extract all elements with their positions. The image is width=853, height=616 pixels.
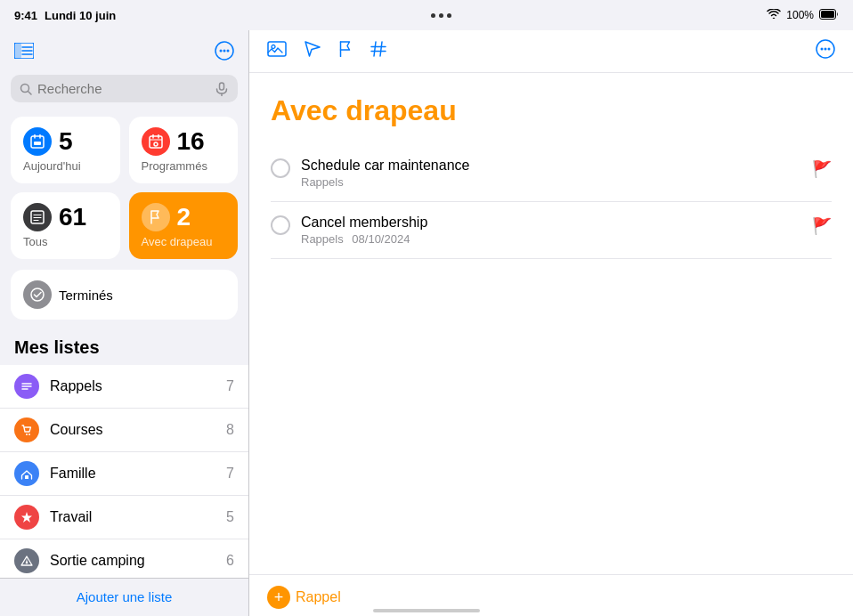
status-time: 9:41 bbox=[14, 9, 37, 22]
task-flag-2: 🚩 bbox=[812, 216, 832, 236]
app-container: 5 Aujourd'hui 16 bbox=[0, 30, 853, 616]
travail-count: 5 bbox=[226, 509, 234, 525]
main-toolbar bbox=[249, 30, 853, 73]
sortie-icon bbox=[14, 548, 39, 573]
completed-label: Terminés bbox=[59, 288, 113, 303]
all-icon bbox=[23, 203, 52, 231]
main-footer: + Rappel bbox=[249, 574, 853, 616]
list-item-sortie[interactable]: Sortie camping 6 bbox=[0, 539, 248, 578]
svg-rect-34 bbox=[25, 475, 28, 479]
svg-point-45 bbox=[821, 48, 824, 51]
task-details-2: Cancel membership Rappels 08/10/2024 bbox=[301, 215, 801, 246]
category-scheduled[interactable]: 16 Programmés bbox=[129, 117, 239, 183]
status-date: Lundi 10 juin bbox=[45, 9, 116, 22]
task-meta-2: Rappels 08/10/2024 bbox=[301, 232, 801, 246]
status-dot-3 bbox=[447, 13, 451, 18]
search-icon bbox=[20, 83, 32, 95]
search-input[interactable] bbox=[37, 81, 209, 96]
svg-rect-18 bbox=[34, 142, 41, 145]
category-flagged[interactable]: 2 Avec drapeau bbox=[129, 192, 239, 259]
main-body: Avec drapeau Schedule car maintenance Ra… bbox=[249, 73, 853, 574]
sidebar-toggle-icon[interactable] bbox=[14, 43, 34, 62]
list-item-famille[interactable]: Famille 7 bbox=[0, 452, 248, 496]
status-dot-2 bbox=[439, 13, 443, 18]
today-count: 5 bbox=[59, 129, 73, 154]
all-count: 61 bbox=[59, 205, 86, 230]
famille-name: Famille bbox=[50, 466, 215, 482]
sidebar: 5 Aujourd'hui 16 bbox=[0, 30, 249, 616]
travail-icon bbox=[14, 505, 39, 530]
category-all[interactable]: 61 Tous bbox=[11, 192, 120, 259]
category-today[interactable]: 5 Aujourd'hui bbox=[11, 117, 120, 183]
mic-icon[interactable] bbox=[215, 82, 229, 96]
courses-count: 8 bbox=[226, 422, 234, 438]
sortie-count: 6 bbox=[226, 553, 234, 569]
task-details-1: Schedule car maintenance Rappels bbox=[301, 158, 801, 189]
today-label: Aujourd'hui bbox=[23, 159, 108, 173]
svg-rect-1 bbox=[821, 11, 834, 18]
svg-point-32 bbox=[26, 434, 28, 435]
task-checkbox-1[interactable] bbox=[271, 158, 290, 178]
flag-toolbar-icon[interactable] bbox=[338, 41, 353, 61]
svg-line-41 bbox=[380, 42, 382, 56]
wifi-icon bbox=[767, 9, 781, 22]
scheduled-count: 16 bbox=[177, 129, 205, 154]
status-bar: 9:41 Lundi 10 juin 100% bbox=[0, 0, 853, 30]
home-indicator bbox=[373, 609, 480, 612]
sidebar-search-bar[interactable] bbox=[11, 75, 238, 102]
category-completed[interactable]: Terminés bbox=[11, 270, 238, 320]
list-item-travail[interactable]: Travail 5 bbox=[0, 496, 248, 539]
task-name-2: Cancel membership bbox=[301, 215, 801, 231]
courses-name: Courses bbox=[50, 422, 215, 438]
main-more-icon[interactable] bbox=[816, 39, 835, 63]
svg-line-40 bbox=[374, 42, 376, 56]
sortie-name: Sortie camping bbox=[50, 553, 215, 569]
rappels-icon bbox=[14, 374, 39, 399]
flagged-icon bbox=[142, 203, 170, 231]
svg-marker-35 bbox=[21, 512, 32, 523]
mes-listes-section: Mes listes Rappels 7 bbox=[0, 334, 248, 578]
famille-icon bbox=[14, 461, 39, 486]
svg-rect-2 bbox=[14, 43, 21, 59]
add-reminder-button[interactable]: + Rappel bbox=[267, 586, 341, 609]
location-arrow-icon[interactable] bbox=[305, 41, 321, 61]
svg-point-47 bbox=[828, 48, 831, 51]
travail-name: Travail bbox=[50, 509, 215, 525]
rappels-name: Rappels bbox=[50, 378, 215, 394]
main-title: Avec drapeau bbox=[271, 94, 832, 127]
hash-icon[interactable] bbox=[370, 41, 386, 61]
image-icon[interactable] bbox=[267, 41, 287, 61]
scheduled-icon bbox=[142, 127, 170, 156]
toolbar-icons bbox=[267, 41, 386, 61]
svg-point-23 bbox=[154, 142, 158, 146]
status-dot-1 bbox=[431, 13, 435, 18]
rappels-count: 7 bbox=[226, 378, 234, 394]
battery-percentage: 100% bbox=[786, 9, 814, 21]
today-icon bbox=[23, 127, 52, 156]
task-flag-1: 🚩 bbox=[812, 159, 832, 179]
sidebar-header bbox=[0, 30, 248, 71]
sidebar-more-icon[interactable] bbox=[215, 41, 234, 64]
svg-point-10 bbox=[227, 50, 230, 53]
flagged-label: Avec drapeau bbox=[142, 235, 226, 248]
task-checkbox-2[interactable] bbox=[271, 215, 290, 235]
task-item-2: Cancel membership Rappels 08/10/2024 🚩 bbox=[271, 202, 832, 259]
status-right: 100% bbox=[767, 9, 839, 22]
add-reminder-icon: + bbox=[267, 586, 290, 609]
flagged-count: 2 bbox=[177, 205, 191, 230]
main-content: Avec drapeau Schedule car maintenance Ra… bbox=[249, 30, 853, 616]
list-item-courses[interactable]: Courses 8 bbox=[0, 409, 248, 452]
svg-point-46 bbox=[825, 48, 827, 51]
svg-point-8 bbox=[220, 50, 223, 53]
list-item-rappels[interactable]: Rappels 7 bbox=[0, 365, 248, 409]
sidebar-footer: Ajouter une liste bbox=[0, 578, 248, 616]
completed-icon bbox=[23, 280, 52, 309]
task-item: Schedule car maintenance Rappels 🚩 bbox=[271, 145, 832, 202]
add-reminder-label: Rappel bbox=[296, 589, 341, 605]
add-list-button[interactable]: Ajouter une liste bbox=[14, 589, 234, 604]
svg-rect-13 bbox=[220, 83, 224, 90]
scheduled-label: Programmés bbox=[142, 159, 226, 173]
categories-grid: 5 Aujourd'hui 16 bbox=[0, 113, 248, 270]
svg-point-33 bbox=[28, 434, 30, 435]
svg-point-9 bbox=[223, 50, 226, 53]
